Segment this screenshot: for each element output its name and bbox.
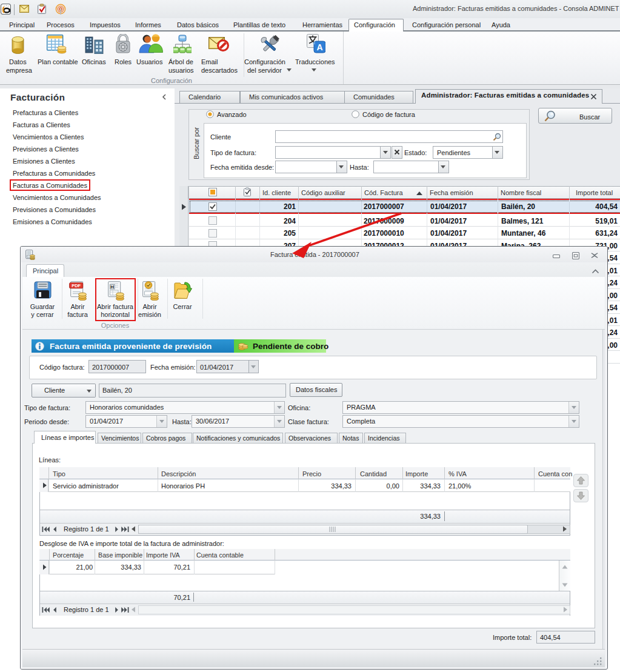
svg-text:PDF: PDF: [72, 283, 81, 288]
svg-text:A: A: [316, 42, 322, 52]
